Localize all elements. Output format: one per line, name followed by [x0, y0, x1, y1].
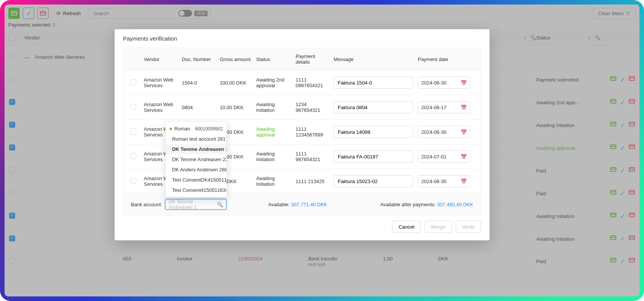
search-icon: 🔍 — [217, 202, 223, 207]
dropdown-option[interactable]: DK Temme Andreasen 12 — [166, 144, 227, 154]
option-label: DK Anders Andersen 288 — [172, 167, 227, 172]
bank-account-select[interactable]: DK Temme Andreasen 1 🔍 Roman60010099902R… — [165, 199, 227, 210]
bank-account-dropdown: Roman60010099902Roman test account 2617D… — [165, 122, 227, 197]
dropdown-option[interactable]: DK Temme Andreasen 22 — [166, 154, 227, 165]
m-details: 1234 987654321 — [293, 102, 331, 113]
dropdown-option[interactable]: Test ConsentDK41505114 — [166, 175, 227, 185]
modal-table-row: Amazon Web Services1504-0100,00 DKKAwait… — [123, 70, 481, 95]
modal-table-header: Vendor Doc. Number Gross amount Status P… — [123, 48, 481, 70]
modal-row-checkbox[interactable] — [130, 104, 136, 110]
m-status: Awaiting Initiation — [254, 151, 293, 162]
verify-button[interactable]: Verify — [456, 221, 481, 233]
calendar-icon: 📅 — [461, 154, 467, 160]
date-value: 2024-06-30 — [421, 80, 447, 86]
available-after-wrap: Available after payments: 307.460,40 DKK — [380, 202, 473, 207]
option-label: DK Temme Andreasen 12 — [172, 146, 227, 152]
calendar-icon: 📅 — [461, 129, 467, 135]
calendar-icon: 📅 — [461, 80, 467, 86]
mcol-msg: Message — [331, 56, 416, 62]
m-gross: 10,00 DKK — [217, 105, 254, 110]
mcol-details: Payment details — [293, 53, 331, 65]
payment-date-input[interactable]: 2024-07-01📅 — [418, 150, 470, 163]
modal-row-checkbox[interactable] — [130, 79, 136, 85]
message-input[interactable] — [334, 126, 413, 138]
available-label: Available: — [268, 202, 290, 207]
available-wrap: Available: 307.771,40 DKK — [268, 202, 327, 207]
m-doc: 0804 — [180, 105, 217, 110]
calendar-icon: 📅 — [461, 179, 467, 184]
message-input[interactable] — [334, 77, 413, 89]
dropdown-option[interactable]: DK Anders Andersen 288 — [166, 165, 227, 175]
payment-date-input[interactable]: 2024-06-30📅 — [418, 77, 470, 89]
m-details: 1111 1234567899 — [293, 126, 331, 138]
modal-footer-row: Bank account: DK Temme Andreasen 1 🔍 Rom… — [123, 193, 481, 215]
cancel-button[interactable]: Cancel — [392, 221, 421, 233]
dropdown-option[interactable]: Roman test account 2617 — [166, 134, 227, 144]
m-gross: 100,00 DKK — [217, 80, 254, 86]
m-status: Awaiting 2nd approval — [254, 77, 293, 88]
dropdown-option[interactable]: Roman60010099902 — [166, 124, 227, 134]
modal-row-checkbox[interactable] — [130, 178, 136, 184]
payment-date-input[interactable]: 2024-06-17📅 — [418, 101, 470, 113]
m-status: Awaiting Initiation — [254, 176, 293, 187]
mcol-date: Payment date — [416, 56, 472, 62]
mcol-doc: Doc. Number — [180, 56, 217, 62]
m-doc: 1504-0 — [180, 80, 217, 86]
modal-buttons: Cancel Merge Verify — [115, 215, 490, 240]
m-details: 1111 987654321 — [293, 151, 331, 162]
mcol-status: Status — [254, 56, 293, 62]
status-dot-icon — [170, 128, 172, 130]
bank-account-label: Bank account: — [131, 202, 162, 207]
date-value: 2024-06-17 — [421, 105, 447, 110]
message-input[interactable] — [334, 150, 413, 163]
m-details: 1111 0987654321 — [293, 77, 331, 88]
payment-date-input[interactable]: 2024-06-30📅 — [418, 175, 470, 187]
date-value: 2024-07-01 — [421, 154, 447, 160]
modal-row-checkbox[interactable] — [130, 153, 136, 159]
option-label: Roman — [174, 126, 190, 132]
mcol-vendor: Vendor — [142, 56, 180, 62]
payments-verification-modal: Payments verification Vendor Doc. Number… — [115, 29, 490, 240]
mcol-gross: Gross amount — [217, 56, 254, 62]
option-label: DK Temme Andreasen 22 — [172, 157, 227, 162]
modal-title: Payments verification — [115, 29, 490, 48]
modal-row-checkbox[interactable] — [130, 129, 136, 135]
option-label: Test ConsentDK41505114 — [172, 177, 227, 183]
option-extra: 60010099902 — [195, 126, 223, 132]
calendar-icon: 📅 — [461, 105, 467, 110]
available-after-label: Available after payments: — [380, 202, 436, 207]
dropdown-option[interactable]: Test Consent4150511634 — [166, 185, 227, 195]
m-status: Awaiting approval — [254, 126, 293, 138]
option-label: Test Consent4150511634 — [172, 187, 227, 193]
message-input[interactable] — [334, 175, 413, 187]
date-value: 2024-06-30 — [421, 179, 447, 184]
option-label: Roman test account 2617 — [172, 136, 227, 142]
merge-button[interactable]: Merge — [425, 221, 452, 233]
available-amount: 307.771,40 DKK — [291, 202, 327, 207]
payment-date-input[interactable]: 2024-06-30📅 — [418, 126, 470, 138]
bank-select-value: DK Temme Andreasen 1 — [168, 199, 217, 210]
modal-table-row: Amazon Web Services080410,00 DKKAwaiting… — [123, 95, 481, 119]
m-details: 1111 213425 — [293, 179, 331, 184]
date-value: 2024-06-30 — [421, 129, 447, 135]
m-vendor: Amazon Web Services — [142, 77, 180, 88]
m-status: Awaiting Initiation — [254, 102, 293, 113]
m-vendor: Amazon Web Services — [142, 102, 180, 113]
available-after-amount: 307.460,40 DKK — [437, 202, 473, 207]
message-input[interactable] — [334, 101, 413, 113]
